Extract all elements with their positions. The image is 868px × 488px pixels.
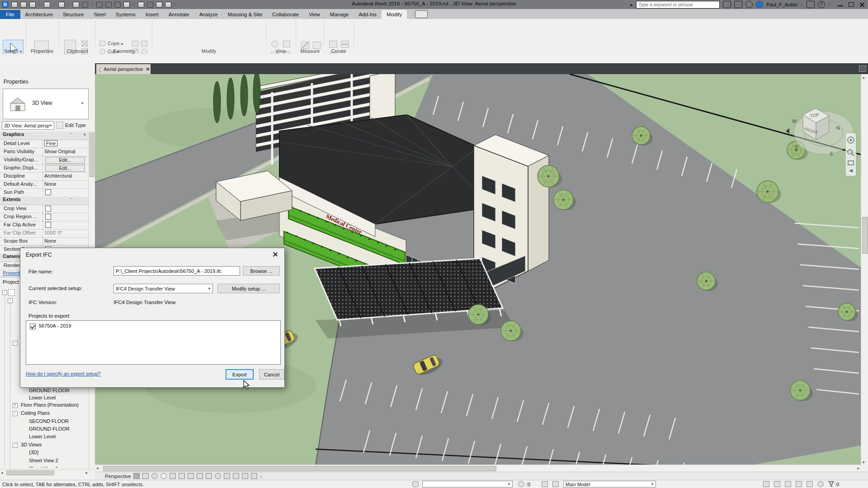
browser-h-scrollbar[interactable]: ◂ ▸ (0, 469, 89, 476)
vcb-collapse-icon[interactable]: ‹ (260, 474, 262, 479)
redo-icon[interactable] (58, 2, 65, 8)
view-instance-combo[interactable]: 3D View: Aerial persp (2, 121, 54, 130)
prop-row-discipline[interactable]: Discipline Architectural (0, 172, 89, 181)
undo-icon[interactable] (44, 2, 50, 8)
select-underlay-icon[interactable] (774, 481, 780, 487)
project-item[interactable]: 56750A - 2019 (39, 323, 71, 328)
canvas-h-scrollbar[interactable]: ◂ ▸ (95, 465, 861, 472)
browse-button[interactable]: Browse ... (243, 266, 280, 276)
switch-windows-icon[interactable] (165, 2, 171, 8)
save-icon[interactable] (20, 2, 27, 8)
type-selector[interactable]: 3D View (3, 89, 89, 119)
tree-item[interactable]: 3D Views (21, 442, 42, 447)
wall-joins-icon[interactable] (132, 41, 138, 47)
tree-item[interactable]: GROUND FLOOR (29, 426, 70, 432)
tab-architecture[interactable]: Architecture (20, 10, 58, 19)
measure-icon[interactable] (82, 2, 88, 8)
scroll-left-icon[interactable]: ◂ (96, 466, 99, 470)
override-graphics-icon[interactable] (283, 41, 290, 47)
tree-expander-root[interactable]: - (2, 290, 7, 295)
tree-item[interactable]: GROUND FLOOR (29, 388, 70, 393)
revit-logo-icon[interactable]: R (2, 1, 9, 8)
tag-icon[interactable] (105, 2, 112, 8)
temporary-hide-icon[interactable] (215, 473, 221, 479)
shadows-icon[interactable] (160, 473, 167, 479)
favorites-star-icon[interactable] (745, 1, 753, 8)
panel-label-create[interactable]: Create (325, 48, 353, 54)
undo-dropdown-icon[interactable] (53, 4, 56, 5)
cope-icon[interactable] (99, 41, 105, 46)
measure-tool-icon[interactable] (301, 42, 309, 49)
tab-annotate[interactable]: Annotate (164, 10, 194, 19)
viewcube-north[interactable]: N (836, 125, 840, 131)
constraints-icon[interactable] (233, 473, 239, 479)
dimension-tool-icon[interactable] (313, 42, 321, 49)
thin-lines-icon[interactable] (147, 2, 153, 8)
default-3d-view-icon[interactable] (123, 2, 130, 8)
prop-row-sun-path[interactable]: Sun Path (0, 188, 89, 197)
editable-only-icon[interactable] (518, 481, 524, 487)
prop-row-far-clip-offset[interactable]: Far Clip Offset 1000' 0" (0, 229, 89, 238)
infocenter-collapse-icon[interactable]: ▸ (631, 2, 633, 7)
worksets-combo[interactable] (422, 481, 513, 488)
select-links-icon[interactable] (763, 481, 769, 487)
cancel-button[interactable]: Cancel (259, 369, 284, 380)
design-options-combo[interactable]: Main Model (563, 481, 656, 488)
tab-steel[interactable]: Steel (89, 10, 111, 19)
search-input[interactable] (636, 1, 720, 9)
prop-row-graphic-display[interactable]: Graphic Displ... Edit... (0, 164, 89, 173)
redo-dropdown-icon[interactable] (67, 4, 70, 5)
tree-expander-group[interactable]: - (13, 341, 18, 346)
view-tab-close-icon[interactable] (146, 67, 148, 71)
view-tab-aerial-perspective[interactable]: Aerial perspective (96, 64, 151, 74)
ribbon-options-icon[interactable] (415, 10, 428, 18)
user-avatar-icon[interactable] (756, 1, 763, 8)
tree-item[interactable]: Sheet View 2 (29, 458, 58, 463)
filter-icon[interactable] (828, 481, 834, 487)
tab-collaborate[interactable]: Collaborate (267, 10, 304, 19)
panel-label-geometry[interactable]: Geometry (97, 48, 151, 54)
tree-item[interactable]: SECOND FLOOR (29, 418, 69, 424)
tab-file[interactable]: File (0, 10, 20, 19)
open-icon[interactable] (11, 2, 18, 8)
help-dropdown-icon[interactable] (828, 4, 831, 5)
restore-button[interactable] (848, 2, 854, 7)
3d-view-dropdown-icon[interactable] (132, 4, 135, 5)
tree-item[interactable]: Floor Plans (Presentation) (21, 402, 79, 408)
file-name-input[interactable] (113, 266, 240, 276)
hide-elements-icon[interactable] (271, 41, 278, 47)
app-store-cart-icon[interactable] (807, 1, 815, 8)
setup-combo[interactable]: IFC4 Design Transfer View (113, 284, 213, 293)
crop-view-checkbox[interactable] (45, 206, 51, 211)
viewcube-east[interactable]: E (830, 151, 833, 156)
modify-setup-button[interactable]: Modify setup ... (217, 284, 280, 293)
tree-item[interactable]: Lower Level (29, 395, 56, 400)
prop-row-scope-box[interactable]: Scope Box None (0, 237, 89, 246)
cope-label[interactable]: Cope (108, 41, 123, 46)
tab-insert[interactable]: Insert (141, 10, 164, 19)
render-icon[interactable] (170, 473, 176, 479)
visual-style-icon[interactable] (142, 473, 149, 479)
section-graphics[interactable]: Graphics ˆ ˄ (0, 131, 89, 140)
worksharing-display-icon[interactable] (251, 473, 257, 479)
tab-modify[interactable]: Modify (382, 10, 407, 19)
tree-expander-ceiling-plans[interactable]: - (13, 411, 18, 416)
scale-perspective-label[interactable]: Perspective (105, 474, 131, 479)
panel-label-select[interactable]: Select (3, 48, 24, 54)
tab-analyze[interactable]: Analyze (194, 10, 223, 19)
prop-row-parts-visibility[interactable]: Parts Visibility Show Original (0, 148, 89, 156)
tree-item[interactable]: Ceiling Plans (21, 410, 50, 416)
tree-item[interactable]: Lower Level (29, 434, 56, 439)
tree-item[interactable]: {3D} (29, 450, 38, 455)
project-checkbox[interactable] (30, 324, 36, 329)
tab-add-ins[interactable]: Add-Ins (354, 10, 382, 19)
displacement-icon[interactable] (242, 473, 248, 479)
sync-dropdown-icon[interactable] (38, 4, 41, 5)
panel-label-properties[interactable]: Properties (26, 48, 58, 54)
user-dropdown-icon[interactable] (801, 4, 803, 5)
minimize-button[interactable] (837, 2, 844, 7)
panel-label-clipboard[interactable]: Clipboard (61, 48, 94, 54)
panel-label-modify[interactable]: Modify (154, 48, 264, 54)
sync-icon[interactable] (29, 2, 36, 8)
close-hidden-windows-icon[interactable] (156, 2, 162, 8)
